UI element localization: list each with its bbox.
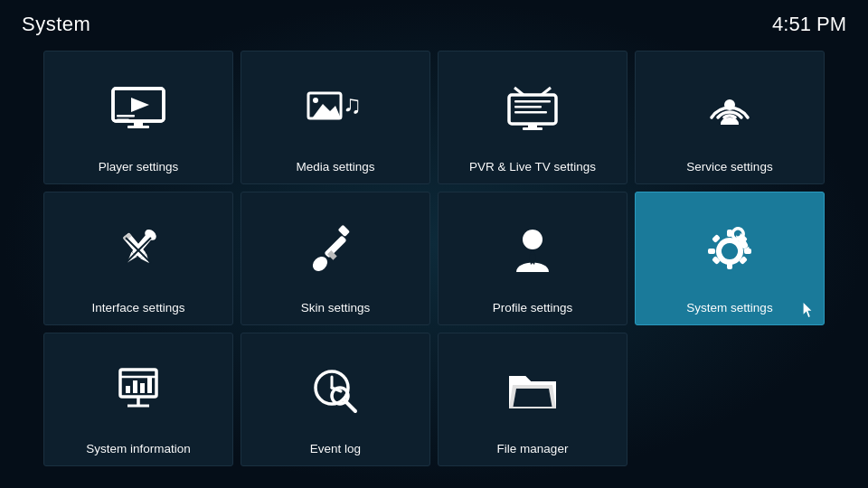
service-settings-label: Service settings	[686, 160, 772, 174]
media-settings-label: Media settings	[296, 160, 374, 174]
profile-settings-icon-area	[507, 203, 558, 296]
file-manager-icon-area	[505, 344, 560, 436]
svg-rect-11	[509, 95, 556, 124]
grid-item-system-information[interactable]: System information	[43, 333, 233, 466]
svg-rect-38	[708, 249, 715, 254]
service-icon	[704, 85, 755, 132]
grid-item-skin-settings[interactable]: Skin settings	[241, 192, 430, 325]
svg-rect-3	[127, 126, 149, 128]
eventlog-icon	[310, 366, 361, 415]
svg-rect-37	[727, 262, 732, 269]
grid-item-interface-settings[interactable]: Interface settings	[43, 192, 233, 325]
player-settings-label: Player settings	[99, 160, 179, 174]
grid-item-pvr-settings[interactable]: PVR & Live TV settings	[438, 51, 627, 184]
grid-item-event-log[interactable]: Event log	[241, 333, 430, 466]
file-manager-label: File manager	[497, 442, 569, 456]
svg-point-32	[523, 230, 542, 249]
profile-settings-label: Profile settings	[493, 301, 573, 315]
svg-rect-2	[134, 121, 143, 126]
svg-point-30	[310, 254, 330, 274]
grid-item-profile-settings[interactable]: Profile settings	[438, 192, 627, 325]
svg-point-8	[313, 98, 318, 103]
svg-rect-54	[140, 383, 145, 393]
svg-rect-14	[514, 100, 551, 103]
player-icon	[109, 87, 167, 130]
grid-item-file-manager[interactable]: File manager	[438, 333, 627, 466]
media-icon: ♫	[307, 86, 364, 131]
pvr-settings-label: PVR & Live TV settings	[469, 160, 596, 174]
interface-settings-label: Interface settings	[92, 301, 185, 315]
grid-item-service-settings[interactable]: Service settings	[635, 51, 825, 184]
page-title: System	[22, 13, 90, 36]
svg-rect-28	[338, 225, 350, 237]
svg-point-19	[724, 99, 735, 110]
svg-marker-4	[131, 98, 149, 112]
svg-marker-48	[804, 303, 812, 317]
svg-rect-15	[514, 106, 542, 108]
svg-rect-52	[126, 386, 130, 393]
system-settings-icon-area	[703, 203, 757, 296]
grid-item-system-settings[interactable]: System settings	[635, 192, 825, 325]
interface-icon	[113, 225, 164, 274]
skin-settings-icon-area	[310, 203, 361, 296]
sysinfo-icon	[113, 366, 164, 415]
svg-marker-9	[312, 104, 341, 118]
system-settings-icon	[703, 224, 757, 275]
svg-rect-6	[117, 118, 129, 121]
clock: 4:51 PM	[772, 13, 846, 36]
svg-point-35	[724, 246, 735, 257]
svg-text:♫: ♫	[343, 90, 362, 118]
svg-rect-17	[528, 124, 537, 127]
event-log-label: Event log	[310, 442, 361, 456]
filemanager-icon	[505, 367, 560, 414]
svg-rect-40	[712, 234, 721, 243]
interface-settings-icon-area	[113, 203, 164, 296]
system-information-icon-area	[113, 344, 164, 436]
header: System 4:51 PM	[0, 0, 868, 43]
player-settings-icon-area	[109, 62, 167, 155]
service-settings-icon-area	[704, 62, 755, 155]
svg-rect-5	[117, 115, 135, 117]
svg-rect-18	[523, 127, 542, 130]
profile-icon	[507, 225, 558, 274]
system-settings-label: System settings	[686, 301, 772, 315]
pvr-settings-icon-area	[504, 62, 561, 155]
pvr-icon	[504, 86, 561, 131]
skin-icon	[310, 225, 361, 274]
grid-item-player-settings[interactable]: Player settings	[43, 51, 233, 184]
settings-grid: Player settings ♫ Media settings	[0, 43, 868, 474]
svg-rect-16	[514, 111, 547, 114]
media-settings-icon-area: ♫	[307, 62, 364, 155]
cursor-icon	[802, 303, 816, 317]
skin-settings-label: Skin settings	[301, 301, 371, 315]
event-log-icon-area	[310, 344, 361, 436]
svg-rect-55	[147, 377, 152, 393]
grid-item-media-settings[interactable]: ♫ Media settings	[241, 51, 430, 184]
system-information-label: System information	[86, 442, 191, 456]
svg-rect-53	[133, 380, 137, 393]
svg-marker-33	[529, 249, 536, 256]
